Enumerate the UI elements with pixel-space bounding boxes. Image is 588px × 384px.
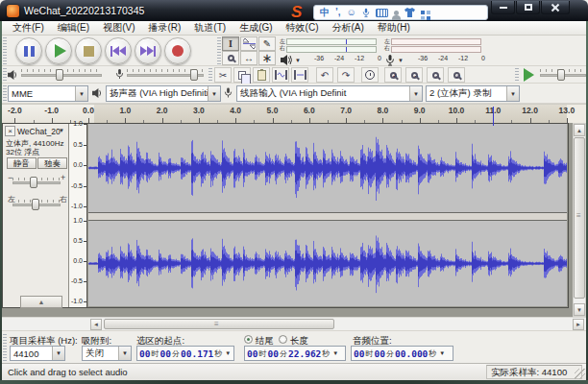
track-name[interactable]: WeChat_20 bbox=[17, 127, 61, 136]
sogou-ime-logo-icon[interactable]: S bbox=[291, 3, 302, 22]
close-button[interactable] bbox=[541, 1, 570, 14]
transport-toolbar-grabber[interactable] bbox=[3, 37, 7, 64]
ime-toolbar[interactable]: 中 ’, ☺ bbox=[313, 5, 488, 20]
envelope-tool-button[interactable] bbox=[240, 36, 257, 51]
timeline-ruler[interactable]: -2.0-1.00.01.02.03.04.05.06.07.08.09.010… bbox=[0, 104, 588, 123]
horizontal-scrollbar-thumb[interactable] bbox=[104, 319, 334, 329]
sync-lock-button[interactable] bbox=[361, 67, 379, 83]
menu-item[interactable]: 播录(R) bbox=[141, 21, 187, 35]
vertical-ruler-channel-2[interactable]: 1.00.50.0-0.5-1.0 bbox=[69, 221, 87, 307]
fit-selection-button[interactable]: ↔ bbox=[427, 67, 444, 83]
redo-button[interactable]: ↷ bbox=[337, 67, 355, 83]
waveform-channel-2[interactable] bbox=[88, 221, 567, 306]
selection-end-field[interactable]: 00时00分22.962秒▼ bbox=[244, 346, 346, 361]
transcription-toolbar-grabber[interactable] bbox=[515, 68, 519, 82]
undo-button[interactable]: ↶ bbox=[316, 67, 333, 83]
selection-tool-button[interactable]: I bbox=[222, 36, 239, 51]
playback-meter-dropdown-icon[interactable]: ▼ bbox=[295, 58, 301, 63]
draw-tool-button[interactable]: ✎ bbox=[258, 36, 276, 51]
menu-item[interactable]: 文件(F) bbox=[6, 21, 51, 35]
copy-button[interactable] bbox=[233, 67, 251, 83]
play-button[interactable] bbox=[45, 37, 72, 64]
recording-meter-mic-icon[interactable] bbox=[385, 55, 395, 66]
vertical-scrollbar[interactable]: ▲ ▼ bbox=[573, 123, 586, 317]
play-at-speed-button[interactable] bbox=[524, 68, 534, 82]
dropdown-arrow-icon[interactable]: ▼ bbox=[225, 350, 231, 356]
zoom-tool-button[interactable] bbox=[222, 51, 239, 65]
ime-keyboard-icon[interactable] bbox=[376, 9, 388, 17]
audio-position-field[interactable]: 00时00分00.000秒▼ bbox=[351, 346, 453, 361]
solo-button[interactable]: 独奏 bbox=[37, 157, 67, 169]
maximize-button[interactable] bbox=[516, 1, 540, 14]
cut-button[interactable]: ✂ bbox=[214, 67, 232, 83]
track-close-button[interactable]: × bbox=[5, 126, 15, 136]
minimize-button[interactable] bbox=[491, 1, 515, 14]
snap-to-select[interactable]: 关闭▼ bbox=[82, 346, 132, 361]
paste-button[interactable] bbox=[253, 67, 270, 83]
dropdown-arrow-icon[interactable]: ▼ bbox=[439, 350, 445, 356]
recording-meter-dropdown-icon[interactable]: ▼ bbox=[398, 58, 404, 63]
time-shift-tool-button[interactable]: ↔ bbox=[240, 51, 257, 65]
input-device-select[interactable]: 线路输入 (VIA High Definit▼ bbox=[236, 85, 423, 102]
playback-speed-slider-thumb[interactable] bbox=[557, 69, 565, 81]
input-channels-select[interactable]: 2 (立体声) 录制▼ bbox=[426, 85, 520, 102]
ime-punctuation-icon[interactable]: ’, bbox=[335, 8, 341, 17]
horizontal-scrollbar[interactable]: ◄ ► bbox=[2, 317, 586, 330]
menu-item[interactable]: 分析(A) bbox=[325, 21, 370, 35]
multi-tool-button[interactable]: ∗ bbox=[258, 51, 276, 65]
ime-chinese-mode-icon[interactable]: 中 bbox=[320, 8, 330, 17]
selection-start-field[interactable]: 00时00分00.171秒▼ bbox=[136, 346, 234, 361]
playback-meter-right-bar[interactable] bbox=[286, 46, 377, 53]
skip-to-start-button[interactable] bbox=[105, 37, 132, 64]
edit-toolbar-grabber[interactable] bbox=[208, 68, 212, 82]
skip-to-end-button[interactable] bbox=[135, 37, 161, 64]
selection-end-radio[interactable] bbox=[244, 335, 253, 344]
scroll-up-button[interactable]: ▲ bbox=[574, 124, 585, 136]
pan-slider-thumb[interactable] bbox=[32, 199, 39, 210]
track-control-panel[interactable]: × WeChat_20 ▼ 立体声, 44100Hz 32位 浮点 静音 独奏 … bbox=[3, 124, 69, 307]
fit-project-button[interactable]: ▭ bbox=[448, 67, 465, 83]
scroll-down-button[interactable]: ▼ bbox=[574, 303, 585, 316]
trim-audio-button[interactable] bbox=[272, 67, 289, 83]
mute-button[interactable]: 静音 bbox=[7, 157, 37, 169]
playback-meter-speaker-icon[interactable] bbox=[281, 55, 292, 65]
ime-toolbox-icon[interactable] bbox=[421, 11, 425, 14]
track-menu-arrow-icon[interactable]: ▼ bbox=[59, 128, 64, 133]
recording-meter-left-bar[interactable] bbox=[391, 38, 481, 45]
playback-meter-left-bar[interactable] bbox=[286, 38, 377, 45]
gain-slider-thumb[interactable] bbox=[30, 177, 37, 188]
waveform-channel-1[interactable] bbox=[88, 124, 567, 212]
audio-host-select[interactable]: MME▼ bbox=[8, 85, 88, 102]
tools-toolbar-grabber[interactable] bbox=[217, 37, 221, 64]
input-volume-slider-thumb[interactable] bbox=[190, 69, 198, 81]
menu-item[interactable]: 编辑(E) bbox=[51, 21, 96, 35]
track-collapse-button[interactable]: ▲ bbox=[20, 296, 62, 308]
ime-skin-icon[interactable] bbox=[404, 8, 415, 17]
selection-toolbar-grabber[interactable] bbox=[3, 334, 7, 361]
resize-grip[interactable] bbox=[575, 369, 585, 379]
menu-item[interactable]: 轨道(T) bbox=[187, 21, 233, 35]
zoom-in-button[interactable]: + bbox=[384, 67, 402, 83]
device-toolbar-grabber[interactable] bbox=[3, 85, 7, 102]
output-device-select[interactable]: 扬声器 (VIA High Definition▼ bbox=[106, 85, 221, 102]
pause-button[interactable] bbox=[15, 37, 42, 64]
scroll-right-button[interactable]: ► bbox=[573, 319, 584, 330]
stop-button[interactable] bbox=[75, 37, 102, 64]
zoom-out-button[interactable]: − bbox=[405, 67, 423, 83]
silence-audio-button[interactable] bbox=[291, 67, 308, 83]
recording-meter-right-bar[interactable] bbox=[391, 46, 481, 53]
ime-emoji-icon[interactable]: ☺ bbox=[347, 8, 356, 17]
menu-item[interactable]: 特效(C) bbox=[280, 21, 326, 35]
mixer-toolbar-grabber[interactable] bbox=[3, 68, 7, 82]
ime-account-icon[interactable] bbox=[394, 11, 399, 15]
ime-voice-icon[interactable] bbox=[362, 8, 370, 18]
menu-item[interactable]: 视图(V) bbox=[96, 21, 141, 35]
project-rate-select[interactable]: 44100▼ bbox=[10, 346, 65, 361]
vertical-scrollbar-thumb[interactable] bbox=[574, 137, 585, 299]
dropdown-arrow-icon[interactable]: ▼ bbox=[332, 350, 338, 356]
scroll-left-button[interactable]: ◄ bbox=[90, 319, 102, 330]
record-button[interactable] bbox=[164, 37, 191, 64]
menu-item[interactable]: 帮助(H) bbox=[371, 21, 417, 35]
output-volume-slider-thumb[interactable] bbox=[56, 69, 63, 81]
title-bar[interactable]: WeChat_20220213170345 S 中 ’, ☺ bbox=[0, 0, 588, 21]
